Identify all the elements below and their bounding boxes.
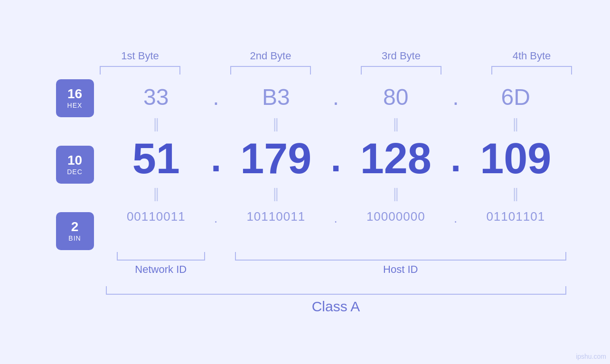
eq2-1: ‖ [106,186,207,201]
hex-badge: 16 HEX [56,79,94,117]
watermark: ipshu.com [576,353,606,360]
bin-val-2: 10110011 [225,209,327,224]
main-container: 1st Byte 2nd Byte 3rd Byte 4th Byte 16 H… [44,50,566,315]
bottom-brackets-section [44,252,566,261]
byte-header-4: 4th Byte [467,50,597,62]
hex-dot-3: . [446,84,465,110]
dec-row: 51 . 179 . 128 . 109 [106,132,566,185]
dot-spacer-1 [216,252,235,261]
hex-dot-1: . [206,84,225,110]
hex-row: 33 . B3 . 80 . 6D [106,79,566,115]
eq1-4: ‖ [465,116,566,131]
eq1-3: ‖ [346,116,447,131]
bin-badge-label: BIN [68,234,81,242]
host-bracket-wrap [235,252,566,261]
dec-badge-number: 10 [67,153,82,168]
dec-badge: 10 DEC [56,146,94,184]
main-values-area: 16 HEX 10 DEC 2 BIN 33 . [44,79,566,250]
network-id-label: Network ID [135,263,187,276]
top-bracket-4 [467,66,597,75]
network-id-cell: Network ID [106,263,216,276]
hex-badge-number: 16 [67,87,82,102]
network-bracket-wrap [106,252,216,261]
bin-val-4: 01101101 [465,209,566,224]
hex-val-4: 6D [465,84,566,110]
bin-badge: 2 BIN [56,212,94,250]
bin-dot-3: . [446,207,465,227]
bin-val-3: 10000000 [346,209,447,224]
host-bracket-line [235,252,566,261]
network-bracket-line [117,252,205,261]
bin-dot-1: . [206,207,225,227]
dec-val-4: 109 [465,137,566,180]
eq2-3: ‖ [346,186,447,201]
values-grid: 33 . B3 . 80 . 6D [106,79,566,250]
byte-headers-row: 1st Byte 2nd Byte 3rd Byte 4th Byte [75,50,597,62]
host-id-label: Host ID [383,263,418,276]
dec-dot-1: . [206,140,225,177]
dec-dot-3: . [446,140,465,177]
class-bracket-line [106,286,566,295]
hex-val-3: 80 [346,84,447,110]
bracket-line-2 [230,66,311,75]
class-label-row: Class A [106,299,566,315]
bin-badge-number: 2 [71,220,79,234]
class-bracket-row [106,286,566,295]
eq2-4: ‖ [465,186,566,201]
host-id-cell: Host ID [235,263,566,276]
bracket-line-1 [100,66,180,75]
top-bracket-3 [336,66,467,75]
equals-row-2: ‖ ‖ ‖ ‖ [106,185,566,202]
bin-row: 00110011 . 10110011 . 10000000 . [106,202,566,232]
bracket-line-4 [491,66,572,75]
id-dot-spacer [216,263,235,276]
dec-val-1: 51 [106,137,207,180]
byte-header-2: 2nd Byte [206,50,336,62]
bin-val-1: 00110011 [106,209,207,224]
byte-header-1: 1st Byte [75,50,206,62]
hex-val-1: 33 [106,84,207,110]
badges-column: 16 HEX 10 DEC 2 BIN [44,79,106,250]
dec-badge-label: DEC [67,168,83,176]
top-brackets-row [75,66,597,75]
eq1-1: ‖ [106,116,207,131]
dec-val-2: 179 [225,137,327,180]
bracket-line-3 [361,66,441,75]
class-label: Class A [312,299,360,315]
eq2-2: ‖ [225,186,327,201]
dec-dot-2: . [327,140,346,177]
equals-row-1: ‖ ‖ ‖ ‖ [106,115,566,132]
hex-val-2: B3 [225,84,327,110]
hex-dot-2: . [327,84,346,110]
bin-dot-2: . [327,207,346,227]
badges-spacer [44,252,106,261]
eq1-2: ‖ [225,116,327,131]
dec-val-3: 128 [346,137,447,180]
top-bracket-1 [75,66,206,75]
id-labels-row: Network ID Host ID [44,263,566,276]
byte-header-3: 3rd Byte [336,50,467,62]
id-labels-spacer [44,263,106,276]
hex-badge-label: HEX [67,102,83,109]
top-bracket-2 [206,66,336,75]
